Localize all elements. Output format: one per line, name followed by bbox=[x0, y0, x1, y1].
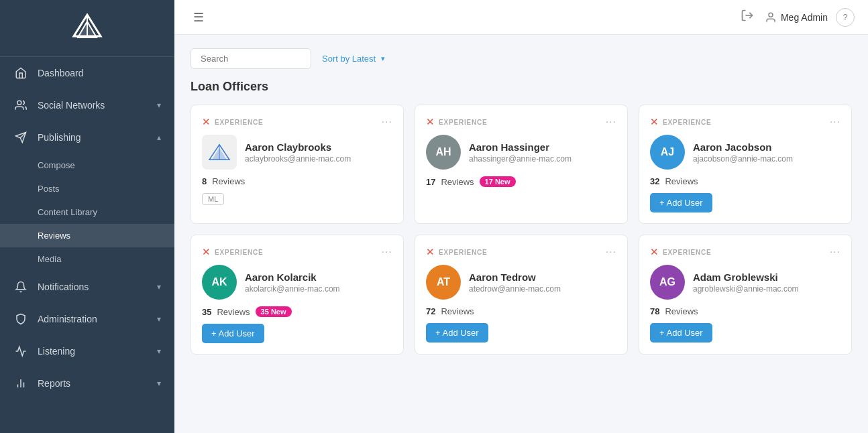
add-user-button[interactable]: + Add User bbox=[650, 323, 712, 343]
card-reviews: 17 Reviews 17 New bbox=[426, 176, 616, 187]
reviews-count: 35 bbox=[202, 307, 211, 317]
avatar: AJ bbox=[650, 135, 685, 170]
badge-label: EXPERIENCE bbox=[663, 249, 711, 256]
sidebar-subitem-posts[interactable]: Posts bbox=[0, 177, 174, 200]
avatar-logo bbox=[202, 135, 237, 170]
sidebar-item-publishing[interactable]: Publishing ▴ bbox=[0, 121, 174, 153]
profile-info: Adam Groblewski agroblewski@annie-mac.co… bbox=[693, 271, 840, 294]
profile-email: akolarcik@annie-mac.com bbox=[245, 284, 392, 294]
profile-email: ahassinger@annie-mac.com bbox=[469, 154, 616, 164]
badge-label: EXPERIENCE bbox=[439, 119, 487, 126]
card-badge: ✕ EXPERIENCE bbox=[650, 246, 711, 258]
card-reviews: 78 Reviews bbox=[650, 306, 840, 316]
sidebar-item-dashboard[interactable]: Dashboard bbox=[0, 57, 174, 89]
sidebar-item-dashboard-label: Dashboard bbox=[38, 68, 161, 78]
sidebar-item-reports-label: Reports bbox=[38, 378, 157, 389]
sidebar-subitem-content-library[interactable]: Content Library bbox=[0, 200, 174, 224]
card-header: ✕ EXPERIENCE ··· bbox=[650, 246, 840, 258]
sidebar-item-listening-label: Listening bbox=[38, 346, 157, 357]
card-header: ✕ EXPERIENCE ··· bbox=[202, 116, 392, 128]
profile-name: Aaron Jacobson bbox=[693, 141, 840, 153]
card-reviews: 72 Reviews bbox=[426, 306, 616, 316]
main-area: ☰ Meg Admin ? Sort by Latest ▾ bbox=[174, 0, 868, 433]
app-logo-icon bbox=[71, 12, 103, 44]
card-header: ✕ EXPERIENCE ··· bbox=[650, 116, 840, 128]
profile-info: Aaron Claybrooks aclaybrooks@annie-mac.c… bbox=[245, 141, 392, 164]
experience-icon: ✕ bbox=[650, 116, 659, 128]
menu-toggle-button[interactable]: ☰ bbox=[188, 7, 209, 27]
sidebar-subitem-reviews-label: Reviews bbox=[38, 231, 70, 241]
card-badge: ✕ EXPERIENCE bbox=[426, 116, 487, 128]
reviews-label: Reviews bbox=[665, 176, 698, 186]
sidebar-item-listening[interactable]: Listening ▾ bbox=[0, 335, 174, 367]
card-aaron-jacobson: ✕ EXPERIENCE ··· AJ Aaron Jacobson ajaco… bbox=[639, 105, 852, 224]
card-menu-button[interactable]: ··· bbox=[382, 116, 392, 128]
logout-button[interactable] bbox=[738, 6, 757, 28]
shield-icon bbox=[13, 312, 28, 326]
sidebar-item-notifications[interactable]: Notifications ▾ bbox=[0, 271, 174, 303]
profile-name: Aaron Kolarcik bbox=[245, 271, 392, 283]
sidebar-subitem-posts-label: Posts bbox=[38, 184, 60, 194]
reviews-label: Reviews bbox=[441, 306, 474, 316]
sidebar-item-social-networks-label: Social Networks bbox=[38, 100, 157, 111]
profile-info: Aaron Jacobson ajacobson@annie-mac.com bbox=[693, 141, 840, 164]
sidebar-subitem-media-label: Media bbox=[38, 254, 61, 264]
add-user-button[interactable]: + Add User bbox=[650, 193, 712, 212]
card-profile: AJ Aaron Jacobson ajacobson@annie-mac.co… bbox=[650, 135, 840, 170]
reviews-count: 32 bbox=[650, 176, 659, 186]
sidebar-item-social-networks[interactable]: Social Networks ▾ bbox=[0, 89, 174, 121]
chevron-down-icon-listening: ▾ bbox=[157, 347, 161, 356]
reviews-count: 17 bbox=[426, 177, 435, 187]
sidebar-item-reports[interactable]: Reports ▾ bbox=[0, 367, 174, 399]
experience-icon: ✕ bbox=[202, 246, 211, 258]
card-header: ✕ EXPERIENCE ··· bbox=[202, 246, 392, 258]
content-area: Sort by Latest ▾ Loan Officers ✕ EXPERIE… bbox=[174, 35, 868, 433]
card-menu-button[interactable]: ··· bbox=[830, 246, 840, 258]
sidebar-item-publishing-label: Publishing bbox=[38, 132, 157, 143]
profile-name: Aaron Tedrow bbox=[469, 271, 616, 283]
user-icon bbox=[765, 11, 777, 23]
reviews-count: 72 bbox=[426, 306, 435, 316]
sidebar-subitem-compose[interactable]: Compose bbox=[0, 153, 174, 177]
experience-icon: ✕ bbox=[202, 116, 211, 128]
experience-icon: ✕ bbox=[426, 246, 435, 258]
topbar-help-button[interactable]: ? bbox=[836, 8, 855, 27]
badge-label: EXPERIENCE bbox=[215, 119, 263, 126]
sidebar-subitem-compose-label: Compose bbox=[38, 160, 75, 170]
sidebar-item-administration[interactable]: Administration ▾ bbox=[0, 303, 174, 335]
bell-icon bbox=[13, 280, 28, 294]
card-menu-button[interactable]: ··· bbox=[830, 116, 840, 128]
card-badge: ✕ EXPERIENCE bbox=[426, 246, 487, 258]
home-icon bbox=[13, 66, 28, 80]
sidebar-item-administration-label: Administration bbox=[38, 314, 157, 324]
profile-info: Aaron Kolarcik akolarcik@annie-mac.com bbox=[245, 271, 392, 294]
chevron-down-icon-notifications: ▾ bbox=[157, 282, 161, 292]
card-profile: AK Aaron Kolarcik akolarcik@annie-mac.co… bbox=[202, 265, 392, 300]
card-adam-groblewski: ✕ EXPERIENCE ··· AG Adam Groblewski agro… bbox=[639, 235, 852, 355]
card-menu-button[interactable]: ··· bbox=[606, 246, 616, 258]
profile-info: Aaron Hassinger ahassinger@annie-mac.com bbox=[469, 141, 616, 164]
topbar-user[interactable]: Meg Admin bbox=[765, 11, 828, 23]
card-profile: AG Adam Groblewski agroblewski@annie-mac… bbox=[650, 265, 840, 300]
sidebar-subitem-media[interactable]: Media bbox=[0, 247, 174, 271]
card-header: ✕ EXPERIENCE ··· bbox=[426, 246, 616, 258]
card-badge: ✕ EXPERIENCE bbox=[202, 116, 263, 128]
reviews-label: Reviews bbox=[212, 176, 245, 186]
sort-dropdown[interactable]: Sort by Latest ▾ bbox=[322, 54, 385, 64]
reviews-label: Reviews bbox=[441, 177, 474, 187]
svg-point-3 bbox=[17, 101, 21, 105]
avatar: AH bbox=[426, 135, 461, 170]
activity-icon bbox=[13, 344, 28, 359]
topbar: ☰ Meg Admin ? bbox=[174, 0, 868, 35]
card-reviews: 8 Reviews bbox=[202, 176, 392, 186]
card-menu-button[interactable]: ··· bbox=[606, 116, 616, 128]
card-aaron-kolarcik: ✕ EXPERIENCE ··· AK Aaron Kolarcik akola… bbox=[191, 235, 404, 355]
reviews-label: Reviews bbox=[665, 306, 698, 316]
add-user-button[interactable]: + Add User bbox=[426, 323, 488, 343]
reviews-label: Reviews bbox=[217, 307, 250, 317]
sidebar-subitem-reviews[interactable]: Reviews bbox=[0, 224, 174, 247]
add-user-button[interactable]: + Add User bbox=[202, 324, 264, 343]
search-input[interactable] bbox=[191, 48, 311, 69]
card-menu-button[interactable]: ··· bbox=[382, 246, 392, 258]
card-aaron-claybrooks: ✕ EXPERIENCE ··· Aaron Claybrooks aclayb… bbox=[191, 105, 404, 224]
